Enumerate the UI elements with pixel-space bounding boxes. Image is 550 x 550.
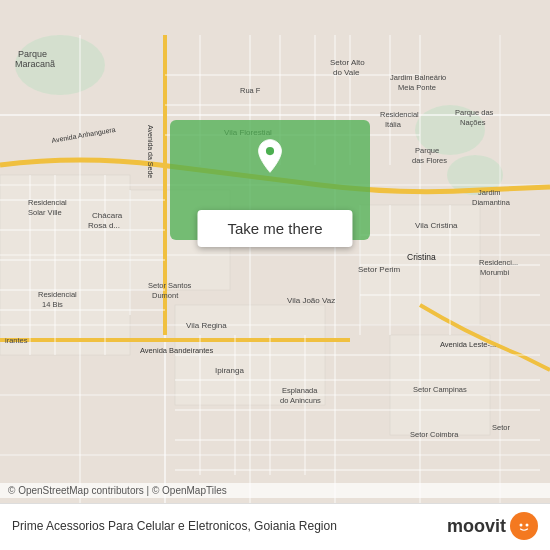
svg-text:Esplanada: Esplanada	[282, 386, 318, 395]
svg-text:irantes: irantes	[5, 336, 28, 345]
svg-text:Itália: Itália	[385, 120, 402, 129]
svg-text:Setor Santos: Setor Santos	[148, 281, 192, 290]
location-label: Prime Acessorios Para Celular e Eletroni…	[12, 519, 447, 533]
svg-text:Parque das: Parque das	[455, 108, 494, 117]
svg-text:14 Bis: 14 Bis	[42, 300, 63, 309]
svg-text:Residencial: Residencial	[38, 290, 77, 299]
svg-text:Parque: Parque	[415, 146, 439, 155]
svg-text:Rua F: Rua F	[240, 86, 261, 95]
svg-text:Meia Ponte: Meia Ponte	[398, 83, 436, 92]
svg-text:Solar Ville: Solar Ville	[28, 208, 62, 217]
moovit-logo: moovit	[447, 512, 538, 540]
svg-text:Rosa d...: Rosa d...	[88, 221, 120, 230]
svg-text:do Vale: do Vale	[333, 68, 360, 77]
svg-text:Residencial: Residencial	[380, 110, 419, 119]
svg-text:Maracanã: Maracanã	[15, 59, 55, 69]
svg-text:Cristina: Cristina	[407, 252, 436, 262]
svg-point-97	[266, 147, 274, 155]
svg-point-100	[526, 524, 529, 527]
svg-text:Jardim: Jardim	[478, 188, 501, 197]
svg-text:Residenci...: Residenci...	[479, 258, 518, 267]
svg-text:Vila João Vaz: Vila João Vaz	[287, 296, 335, 305]
svg-text:das Flores: das Flores	[412, 156, 447, 165]
svg-text:Setor Perim: Setor Perim	[358, 265, 401, 274]
svg-text:Nações: Nações	[460, 118, 486, 127]
map-container: Parque Maracanã Setor Alto do Vale Jardi…	[0, 0, 550, 550]
svg-text:Avenida Bandeirantes: Avenida Bandeirantes	[140, 346, 213, 355]
moovit-brand-icon	[510, 512, 538, 540]
map-attribution: © OpenStreetMap contributors | © OpenMap…	[0, 483, 550, 498]
svg-text:Setor: Setor	[492, 423, 510, 432]
svg-point-98	[515, 517, 533, 535]
take-me-there-button[interactable]: Take me there	[197, 210, 352, 247]
svg-text:Residencial: Residencial	[28, 198, 67, 207]
svg-text:Dumont: Dumont	[152, 291, 179, 300]
svg-point-99	[520, 524, 523, 527]
svg-text:Chácara: Chácara	[92, 211, 123, 220]
svg-text:Parque: Parque	[18, 49, 47, 59]
svg-text:Diamantina: Diamantina	[472, 198, 511, 207]
svg-text:Vila Regina: Vila Regina	[186, 321, 227, 330]
svg-text:Setor Alto: Setor Alto	[330, 58, 365, 67]
bottom-bar: Prime Acessorios Para Celular e Eletroni…	[0, 503, 550, 550]
svg-text:Setor Campinas: Setor Campinas	[413, 385, 467, 394]
svg-text:do Anincuns: do Anincuns	[280, 396, 321, 405]
svg-text:Jardim Balneário: Jardim Balneário	[390, 73, 446, 82]
moovit-brand-text: moovit	[447, 516, 506, 537]
location-pin-icon	[252, 138, 288, 174]
svg-text:Morumbi: Morumbi	[480, 268, 510, 277]
svg-text:Avenida da Sede: Avenida da Sede	[147, 125, 154, 178]
svg-text:Setor Coimbra: Setor Coimbra	[410, 430, 459, 439]
map-background: Parque Maracanã Setor Alto do Vale Jardi…	[0, 0, 550, 550]
svg-text:Avenida Leste-...: Avenida Leste-...	[440, 340, 496, 349]
svg-text:Ipiranga: Ipiranga	[215, 366, 244, 375]
svg-text:Vila Cristina: Vila Cristina	[415, 221, 458, 230]
